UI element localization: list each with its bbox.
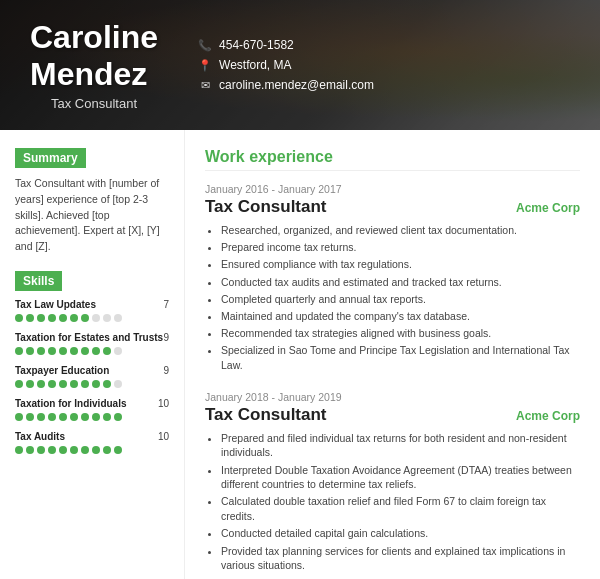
skill-dot — [70, 446, 78, 454]
skill-dot — [48, 380, 56, 388]
phone-text: 454-670-1582 — [219, 38, 294, 52]
location-contact: 📍 Westford, MA — [198, 58, 374, 72]
job-date: January 2018 - January 2019 — [205, 391, 580, 403]
skill-dot — [103, 314, 111, 322]
summary-label: Summary — [15, 148, 86, 168]
skill-score: 10 — [158, 398, 169, 409]
skill-score: 9 — [163, 365, 169, 376]
skill-dots — [15, 347, 169, 355]
skill-dot — [81, 446, 89, 454]
main-content: Summary Tax Consultant with [number of y… — [0, 130, 600, 579]
skill-dots — [15, 380, 169, 388]
left-column: Summary Tax Consultant with [number of y… — [0, 130, 185, 579]
skill-dot — [48, 314, 56, 322]
job-bullet: Specialized in Sao Tome and Principe Tax… — [221, 343, 580, 372]
skill-dot — [15, 347, 23, 355]
skills-section: Skills Tax Law Updates7Taxation for Esta… — [15, 271, 169, 454]
summary-text: Tax Consultant with [number of years] ex… — [15, 176, 169, 255]
name-block: Caroline Mendez Tax Consultant — [30, 19, 158, 112]
skill-dot — [26, 347, 34, 355]
candidate-name: Caroline Mendez — [30, 19, 158, 93]
skill-dots — [15, 413, 169, 421]
skill-dot — [37, 446, 45, 454]
skill-dot — [59, 380, 67, 388]
skill-dot — [59, 413, 67, 421]
skill-item: Tax Audits10 — [15, 431, 169, 454]
skill-item: Taxpayer Education9 — [15, 365, 169, 388]
skill-dot — [59, 347, 67, 355]
skill-item: Taxation for Estates and Trusts9 — [15, 332, 169, 355]
skill-dot — [92, 413, 100, 421]
skill-dot — [92, 446, 100, 454]
skill-dot — [48, 413, 56, 421]
email-contact: ✉ caroline.mendez@email.com — [198, 78, 374, 92]
job-bullet: Ensured compliance with tax regulations. — [221, 257, 580, 272]
jobs-list: January 2016 - January 2017Tax Consultan… — [205, 183, 580, 573]
skill-dot — [81, 413, 89, 421]
skill-dot — [37, 380, 45, 388]
job-bullet: Provided tax planning services for clien… — [221, 544, 580, 573]
skill-dot — [81, 314, 89, 322]
right-column: Work experience January 2016 - January 2… — [185, 130, 600, 579]
job-bullet: Conducted tax audits and estimated and t… — [221, 275, 580, 290]
skill-dot — [92, 380, 100, 388]
skill-dot — [37, 314, 45, 322]
skill-dot — [15, 314, 23, 322]
skill-header: Tax Law Updates7 — [15, 299, 169, 310]
skill-dot — [81, 347, 89, 355]
phone-contact: 📞 454-670-1582 — [198, 38, 374, 52]
job-bullets: Researched, organized, and reviewed clie… — [205, 223, 580, 373]
job-bullet: Maintained and updated the company's tax… — [221, 309, 580, 324]
skill-dot — [114, 380, 122, 388]
job-company: Acme Corp — [516, 201, 580, 215]
skill-header: Tax Audits10 — [15, 431, 169, 442]
skill-item: Taxation for Individuals10 — [15, 398, 169, 421]
email-icon: ✉ — [198, 78, 212, 92]
skill-name: Taxation for Estates and Trusts — [15, 332, 163, 343]
skill-name: Tax Law Updates — [15, 299, 96, 310]
job-bullet: Calculated double taxation relief and fi… — [221, 494, 580, 523]
location-text: Westford, MA — [219, 58, 291, 72]
skill-dot — [114, 446, 122, 454]
job-bullet: Interpreted Double Taxation Avoidance Ag… — [221, 463, 580, 492]
job-date: January 2016 - January 2017 — [205, 183, 580, 195]
skill-dot — [114, 347, 122, 355]
skill-dot — [103, 380, 111, 388]
skill-dot — [70, 347, 78, 355]
location-icon: 📍 — [198, 58, 212, 72]
skill-header: Taxation for Individuals10 — [15, 398, 169, 409]
skill-dot — [114, 413, 122, 421]
skill-dot — [103, 413, 111, 421]
skill-dot — [26, 413, 34, 421]
skill-dot — [37, 413, 45, 421]
skill-dot — [59, 446, 67, 454]
skill-dot — [15, 413, 23, 421]
skill-dot — [92, 314, 100, 322]
skill-dot — [59, 314, 67, 322]
skill-dot — [103, 446, 111, 454]
skill-dot — [26, 314, 34, 322]
job-bullet: Prepared and filed individual tax return… — [221, 431, 580, 460]
skill-dot — [48, 446, 56, 454]
job-bullet: Completed quarterly and annual tax repor… — [221, 292, 580, 307]
job-block: January 2018 - January 2019Tax Consultan… — [205, 391, 580, 573]
job-bullet: Prepared income tax returns. — [221, 240, 580, 255]
job-bullet: Recommended tax strategies aligned with … — [221, 326, 580, 341]
header-content: Caroline Mendez Tax Consultant 📞 454-670… — [0, 0, 600, 130]
skill-name: Taxpayer Education — [15, 365, 109, 376]
skill-dot — [81, 380, 89, 388]
skill-dot — [114, 314, 122, 322]
skill-dot — [70, 380, 78, 388]
job-title-row: Tax ConsultantAcme Corp — [205, 405, 580, 425]
job-bullet: Conducted detailed capital gain calculat… — [221, 526, 580, 541]
job-title: Tax Consultant — [205, 405, 327, 425]
skill-dot — [103, 347, 111, 355]
skill-header: Taxation for Estates and Trusts9 — [15, 332, 169, 343]
skill-score: 7 — [163, 299, 169, 310]
skill-dot — [26, 446, 34, 454]
skill-item: Tax Law Updates7 — [15, 299, 169, 322]
job-block: January 2016 - January 2017Tax Consultan… — [205, 183, 580, 373]
skill-dot — [37, 347, 45, 355]
skill-dot — [92, 347, 100, 355]
email-text: caroline.mendez@email.com — [219, 78, 374, 92]
